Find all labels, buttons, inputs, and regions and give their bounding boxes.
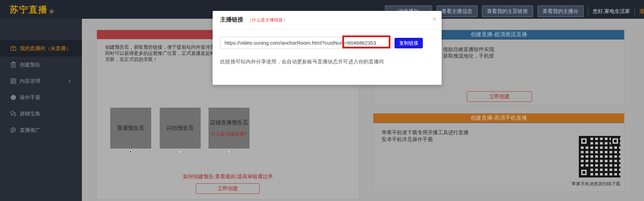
mobile-description: 苹果手机请下载专用开播工具进行直播 安卓手机详见操作手册 (382, 129, 469, 143)
qr-finder-icon (579, 137, 588, 145)
create-stream-live-button[interactable]: 立即创建 (467, 91, 532, 102)
app-root: 苏宁直播 消息通知 查看主播信息 查看我的主页链接 查看我的主播分 您好,家电生… (0, 0, 644, 201)
qr-finder-icon (579, 168, 588, 177)
preview-type-shop[interactable]: 店铺直播预告页 什么是店铺直播? (209, 108, 249, 149)
stream-description: 借助目睹直播软件实现 获取推流地址，手机竖 (443, 46, 494, 59)
view-anchor-info-button[interactable]: 查看主播信息 (437, 5, 477, 17)
sidebar-item-label: 直播推广 (20, 127, 40, 134)
sidebar-nav: 我的直播间（未直播） 创建预告 内容管理 ∨ (0, 19, 82, 201)
what-is-anchor-link-hint[interactable]: （什么是主播链接） (247, 17, 287, 23)
anchor-link-input[interactable] (220, 37, 392, 49)
logo-text: 苏宁直播 (10, 4, 48, 16)
sidebar-item-label: 内容管理 (20, 78, 40, 84)
modal-title: 主播链接 (220, 16, 243, 24)
radio-shop-preview[interactable] (227, 150, 231, 154)
clipboard-icon (10, 62, 16, 68)
preview-rules-tip[interactable]: 如何创建预告,查看规则,提高审核通过率 (97, 173, 359, 180)
preview-description: 创建预告页，获取预告链接，便于提前站内外宣传预 同时可以获得更多的运营推广位置，… (105, 44, 215, 62)
play-icon (49, 9, 54, 14)
close-icon[interactable]: × (432, 15, 437, 23)
radio-flashsale-preview[interactable] (178, 150, 182, 154)
sidebar-item-operation-manual[interactable]: 操作手册 (0, 89, 82, 106)
sidebar-item-label: 群聊宝典 (20, 111, 40, 117)
qr-caption: 苹果手机浏览器扫码下载 (552, 181, 620, 187)
qr-finder-icon (611, 137, 620, 145)
preview-type-normal[interactable]: 普通预告页 (110, 108, 151, 149)
anchor-link-modal: 主播链接 （什么是主播链接） × 复制链接 此链接可站内外分享使用，会自动更新账… (213, 11, 442, 85)
download-qr-code (579, 136, 620, 177)
sidebar-item-label: 我的直播间（未直播） (20, 45, 71, 52)
sidebar-item-label: 操作手册 (20, 94, 40, 101)
manual-badge-icon (10, 94, 16, 100)
modal-header: 主播链接 （什么是主播链接） × (213, 11, 442, 30)
suning-live-logo: 苏宁直播 (10, 4, 54, 16)
sidebar-item-my-live-room[interactable]: 我的直播间（未直播） (0, 40, 82, 57)
logout-link[interactable]: 退出 (639, 8, 644, 15)
header-divider (588, 7, 588, 16)
radio-normal-preview[interactable] (128, 150, 133, 154)
promo-bubble-icon (10, 127, 16, 133)
sidebar-item-label: 创建预告 (20, 62, 40, 68)
sidebar-item-group-chat-guide[interactable]: 群聊宝典 (0, 106, 82, 122)
modal-note: 此链接可站内外分享使用，会自动更新账号直播状态并可进入你的直播间 (220, 59, 384, 65)
sidebar-item-live-promotion[interactable]: 直播推广 (0, 122, 82, 138)
group-chat-icon (10, 111, 16, 117)
mobile-panel-header: 创建直播-高清手机直播 (373, 113, 624, 123)
user-greeting: 您好,家电生活家 (593, 8, 630, 15)
view-homepage-link-button[interactable]: 查看我的主页链接 (482, 5, 533, 17)
live-room-icon (10, 45, 16, 51)
sidebar-item-create-preview[interactable]: 创建预告 (0, 57, 82, 73)
copy-link-button[interactable]: 复制链接 (395, 38, 423, 48)
preview-type-flashsale[interactable]: 闪拍预告页 (160, 108, 201, 149)
what-is-shop-live-link[interactable]: 什么是店铺直播? (211, 131, 247, 137)
create-preview-button[interactable]: 立即创建 (196, 183, 260, 194)
sidebar-item-content-management[interactable]: 内容管理 ∨ (0, 73, 82, 89)
chevron-down-icon[interactable]: ∨ (68, 79, 71, 83)
grid-icon (10, 78, 16, 84)
header-divider (634, 7, 635, 16)
mobile-live-panel: 创建直播-高清手机直播 苹果手机请下载专用开播工具进行直播 安卓手机详见操作手册… (373, 113, 625, 192)
view-anchor-score-button[interactable]: 查看我的主播分 (538, 5, 584, 17)
